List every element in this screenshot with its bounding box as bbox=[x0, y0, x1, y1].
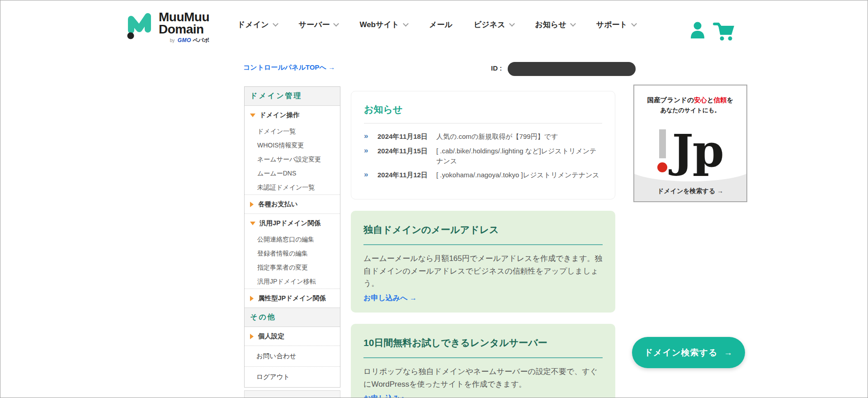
sidebar-header-others: その他 bbox=[245, 308, 340, 327]
sidebar-item-logout[interactable]: ログアウト bbox=[245, 366, 340, 387]
triangle-right-icon bbox=[250, 296, 254, 301]
domain-search-button[interactable]: ドメイン検索する → bbox=[632, 337, 745, 368]
id-label: ID : bbox=[491, 64, 502, 72]
nav-item-website[interactable]: Webサイト bbox=[359, 19, 408, 30]
news-link[interactable]: [ .yokohama/.nagoya/.tokyo ]レジストリメンテナンス bbox=[436, 170, 602, 180]
triangle-right-icon bbox=[250, 334, 254, 339]
sidebar-group-label: 属性型JPドメイン関係 bbox=[258, 294, 326, 303]
nav-item-mail[interactable]: メール bbox=[429, 19, 453, 30]
banner-copy-line2: あなたのサイトにも。 bbox=[634, 106, 746, 115]
double-chevron-icon: » bbox=[364, 170, 377, 180]
banner-copy-anshin: 安心 bbox=[694, 96, 707, 104]
user-account-icon[interactable] bbox=[689, 21, 706, 39]
divider bbox=[363, 357, 603, 358]
nav-item-domain-label: ドメイン bbox=[237, 19, 269, 30]
news-link[interactable]: 人気の.comの新規取得が【799円】です bbox=[436, 132, 602, 142]
sidebar-item-muumuu-dns[interactable]: ムームーDNS bbox=[245, 166, 340, 180]
logo-byline: by GMO ペパボ bbox=[159, 38, 209, 43]
news-row: » 2024年11月12日 [ .yokohama/.nagoya/.tokyo… bbox=[364, 170, 602, 180]
sidebar-group-attribute-jp-domain[interactable]: 属性型JPドメイン関係 bbox=[245, 289, 340, 308]
cart-icon[interactable] bbox=[713, 20, 736, 41]
nav-item-support[interactable]: サポート bbox=[596, 19, 636, 30]
chevron-down-icon bbox=[403, 21, 409, 27]
logo-word-1: MuuMuu bbox=[159, 11, 209, 24]
promo-mail-apply-link[interactable]: お申し込みへ → bbox=[363, 294, 417, 303]
banner-search-domain-link[interactable]: ドメインを検索する → bbox=[634, 187, 746, 195]
sidebar-group-label: 各種お支払い bbox=[258, 200, 298, 208]
jp-domain-banner[interactable]: 国産ブランドの安心と信頼を あなたのサイトにも。 Jp ドメインを検索する → bbox=[633, 85, 747, 202]
sidebar-group-personal-settings[interactable]: 個人設定 bbox=[245, 327, 340, 346]
nav-item-server[interactable]: サーバー bbox=[299, 19, 339, 30]
nav-item-support-label: サポート bbox=[596, 19, 627, 30]
banner-copy-post: を bbox=[727, 96, 734, 104]
promo-server-title: 10日間無料お試しできるレンタルサーバー bbox=[363, 336, 603, 349]
exclamation-icon bbox=[657, 129, 667, 172]
pepabo-logo-text: ペパボ bbox=[193, 37, 209, 43]
sidebar-domain-management: ドメイン管理 ドメイン操作 ドメイン一覧 WHOIS情報変更 ネームサーバ設定変… bbox=[244, 86, 340, 388]
nav-item-website-label: Webサイト bbox=[359, 19, 399, 30]
nav-item-news[interactable]: お知らせ bbox=[535, 19, 575, 30]
nav-item-server-label: サーバー bbox=[299, 19, 330, 30]
promo-server-body: ロリポップなら独自ドメインやネームサーバーの設定不要で、すぐにWordPress… bbox=[363, 365, 603, 390]
chevron-down-icon bbox=[273, 21, 278, 27]
gmo-logo-text: GMO bbox=[178, 37, 191, 43]
news-date: 2024年11月15日 bbox=[377, 146, 436, 166]
nav-item-business-label: ビジネス bbox=[474, 19, 505, 30]
logo-word-2: Domain bbox=[159, 24, 209, 36]
sidebar-group-label: 汎用JPドメイン関係 bbox=[259, 219, 321, 227]
nav-item-mail-label: メール bbox=[429, 19, 453, 30]
muumuu-domain-logo[interactable]: MuuMuu Domain by GMO ペパボ bbox=[125, 11, 209, 43]
chevron-down-icon bbox=[570, 21, 576, 27]
chevron-down-icon bbox=[334, 21, 340, 27]
banner-copy-shinrai: 信頼 bbox=[714, 96, 727, 104]
sidebar-item-unverified-domains[interactable]: 未認証ドメイン一覧 bbox=[245, 180, 340, 194]
promo-mail-title: 独自ドメインのメールアドレス bbox=[363, 223, 603, 236]
top-navigation: MuuMuu Domain by GMO ペパボ ドメイン サーバー Webサイ… bbox=[0, 0, 868, 49]
exclamation-bar bbox=[659, 129, 666, 158]
sidebar-item-contact[interactable]: お問い合わせ bbox=[245, 346, 340, 366]
id-value-redacted bbox=[508, 62, 636, 76]
news-link[interactable]: [ .cab/.bike/.holdings/.lighting など]レジスト… bbox=[436, 146, 602, 166]
jp-logo: Jp bbox=[634, 123, 746, 178]
news-title: お知らせ bbox=[364, 103, 602, 116]
news-row: » 2024年11月15日 [ .cab/.bike/.holdings/.li… bbox=[364, 146, 602, 166]
sidebar-item-public-contact-edit[interactable]: 公開連絡窓口の編集 bbox=[245, 232, 340, 246]
sidebar-item-domain-list[interactable]: ドメイン一覧 bbox=[245, 124, 340, 138]
news-date: 2024年11月12日 bbox=[377, 170, 436, 180]
sidebar-item-registrant-info-edit[interactable]: 登録者情報の編集 bbox=[245, 246, 340, 261]
chevron-down-icon bbox=[509, 21, 515, 27]
news-card: お知らせ » 2024年11月18日 人気の.comの新規取得が【799円】です… bbox=[351, 91, 615, 199]
news-row: » 2024年11月18日 人気の.comの新規取得が【799円】です bbox=[364, 132, 602, 142]
sidebar-item-jp-domain-transfer[interactable]: 汎用JPドメイン移転 bbox=[245, 275, 340, 289]
nav-item-business[interactable]: ビジネス bbox=[474, 19, 514, 30]
sidebar-group-label: 個人設定 bbox=[258, 332, 284, 341]
sidebar-item-whois-change[interactable]: WHOIS情報変更 bbox=[245, 138, 340, 152]
promo-mail-body: ムームーメールなら月額165円でメールアドレスを作成できます。独自ドメインのメー… bbox=[363, 252, 603, 290]
muumuu-logo-icon bbox=[125, 11, 159, 42]
chevron-down-icon bbox=[631, 21, 637, 27]
news-date: 2024年11月18日 bbox=[377, 132, 436, 142]
sidebar-group-payments[interactable]: 各種お支払い bbox=[245, 194, 340, 213]
promo-server-card: 10日間無料お試しできるレンタルサーバー ロリポップなら独自ドメインやネームサー… bbox=[351, 324, 615, 398]
domain-search-button-label: ドメイン検索する bbox=[644, 347, 718, 359]
sidebar-group-label: ドメイン操作 bbox=[259, 111, 299, 119]
sidebar-item-nameserver-settings[interactable]: ネームサーバ設定変更 bbox=[245, 152, 340, 166]
triangle-down-icon bbox=[250, 222, 255, 225]
nav-item-domain[interactable]: ドメイン bbox=[237, 19, 278, 30]
sidebar-group-generic-jp-domain[interactable]: 汎用JPドメイン関係 bbox=[245, 213, 340, 232]
double-chevron-icon: » bbox=[364, 132, 377, 142]
divider bbox=[364, 123, 602, 123]
control-panel-top-link[interactable]: コントロールパネルTOPへ → bbox=[243, 63, 335, 72]
sidebar-item-registrar-change[interactable]: 指定事業者の変更 bbox=[245, 261, 340, 275]
logo-by-label: by bbox=[170, 38, 175, 43]
nav-item-news-label: お知らせ bbox=[535, 19, 566, 30]
promo-server-apply-link[interactable]: お申し込みへ → bbox=[363, 394, 417, 398]
triangle-down-icon bbox=[250, 114, 255, 117]
jp-logo-text: Jp bbox=[672, 130, 723, 171]
sidebar-group-domain-operations[interactable]: ドメイン操作 bbox=[245, 106, 340, 124]
logo-text: MuuMuu Domain by GMO ペパボ bbox=[159, 11, 209, 43]
divider bbox=[363, 244, 603, 245]
arrow-right-icon: → bbox=[724, 348, 733, 358]
banner-copy-line1: 国産ブランドの安心と信頼を bbox=[634, 95, 746, 105]
muumuu-control-panel-page: MuuMuu Domain by GMO ペパボ ドメイン サーバー Webサイ… bbox=[0, 0, 868, 398]
